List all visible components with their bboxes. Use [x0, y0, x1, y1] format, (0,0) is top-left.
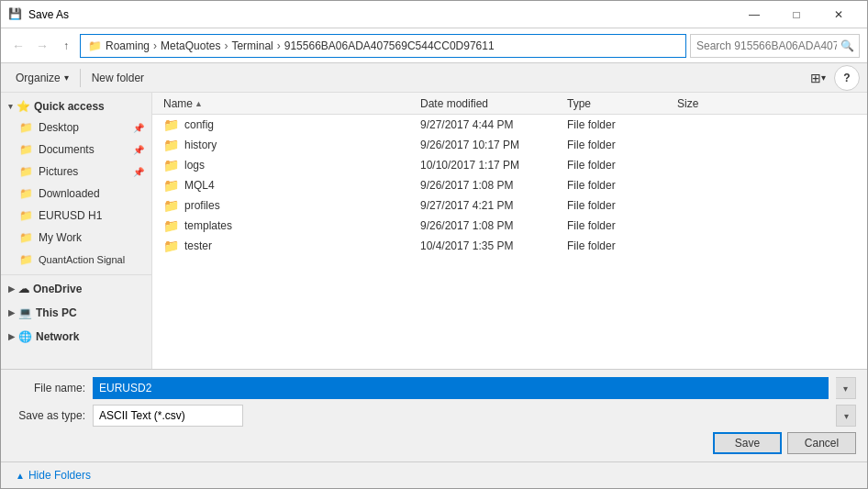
sidebar-section-thispc: ▶ 💻 This PC: [1, 303, 151, 323]
sort-arrow: ▲: [195, 99, 203, 108]
sidebar: ▾ ⭐ Quick access 📁 Desktop 📌 📁 Documents…: [1, 93, 152, 369]
file-date-cell: 10/4/2017 1:35 PM: [413, 239, 560, 252]
dialog-title: Save As: [28, 8, 69, 21]
sidebar-item-pictures[interactable]: 📁 Pictures 📌: [1, 161, 151, 183]
sidebar-item-documents[interactable]: 📁 Documents 📌: [1, 139, 151, 161]
file-name-row: File name: ▾: [12, 377, 856, 399]
sidebar-quick-access-header[interactable]: ▾ ⭐ Quick access: [1, 96, 151, 117]
sidebar-item-downloaded[interactable]: 📁 Downloaded: [1, 183, 151, 205]
file-name-cell: 📁 history: [156, 138, 413, 152]
up-button[interactable]: ↑: [56, 36, 76, 56]
minimize-button[interactable]: —: [733, 1, 775, 28]
path-terminal: Terminal: [231, 39, 273, 52]
sidebar-item-mywork[interactable]: 📁 My Work: [1, 227, 151, 249]
file-date-cell: 9/27/2017 4:21 PM: [413, 199, 560, 212]
address-path[interactable]: 📁 Roaming › MetaQuotes › Terminal › 9155…: [80, 34, 686, 58]
folder-row-icon: 📁: [163, 158, 179, 172]
search-wrapper: 🔍: [690, 34, 860, 58]
organize-button[interactable]: Organize ▾: [8, 65, 76, 91]
onedrive-icon: ☁: [18, 283, 29, 295]
table-row[interactable]: 📁 config 9/27/2017 4:44 PM File folder: [152, 115, 867, 135]
file-name-dropdown-arrow[interactable]: ▾: [836, 377, 856, 399]
col-header-name[interactable]: Name ▲: [156, 93, 413, 114]
network-label: Network: [36, 330, 79, 343]
hide-folders-arrow: ▲: [16, 471, 25, 481]
search-input[interactable]: [690, 34, 860, 58]
new-folder-button[interactable]: New folder: [84, 65, 151, 91]
table-row[interactable]: 📁 templates 9/26/2017 1:08 PM File folde…: [152, 216, 867, 236]
file-type-cell: File folder: [560, 219, 670, 232]
path-roaming: Roaming: [106, 39, 150, 52]
table-row[interactable]: 📁 logs 10/10/2017 1:17 PM File folder: [152, 155, 867, 175]
folder-icon-dl: 📁: [19, 187, 33, 200]
col-header-type[interactable]: Type: [560, 93, 670, 114]
pin-icon: 📌: [133, 123, 144, 133]
file-name-input[interactable]: [93, 377, 829, 399]
sidebar-onedrive-header[interactable]: ▶ ☁ OneDrive: [1, 279, 151, 299]
toolbar-separator: [80, 69, 81, 87]
folder-icon-work: 📁: [19, 231, 33, 244]
file-type-cell: File folder: [560, 118, 670, 131]
file-name-cell: 📁 tester: [156, 239, 413, 253]
forward-button[interactable]: →: [32, 36, 52, 56]
network-icon: 🌐: [18, 330, 32, 343]
address-bar: ← → ↑ 📁 Roaming › MetaQuotes › Terminal …: [1, 28, 867, 63]
sidebar-item-quantaction[interactable]: 📁 QuantAction Signal: [1, 249, 151, 271]
sidebar-network-header[interactable]: ▶ 🌐 Network: [1, 327, 151, 347]
file-list-header: Name ▲ Date modified Type Size: [152, 93, 867, 115]
hide-folders-label: Hide Folders: [28, 469, 91, 482]
table-row[interactable]: 📁 MQL4 9/26/2017 1:08 PM File folder: [152, 175, 867, 195]
sidebar-section-onedrive: ▶ ☁ OneDrive: [1, 279, 151, 299]
sidebar-item-eurusd[interactable]: 📁 EURUSD H1: [1, 205, 151, 227]
file-type-cell: File folder: [560, 239, 670, 252]
quick-access-label: Quick access: [34, 100, 105, 113]
folder-row-icon: 📁: [163, 138, 179, 152]
folder-icon-pics: 📁: [19, 165, 33, 178]
view-arrow: ▾: [821, 72, 826, 83]
sidebar-thispc-header[interactable]: ▶ 💻 This PC: [1, 303, 151, 323]
toolbar-right: ⊞ ▾ ?: [805, 65, 860, 91]
thispc-label: This PC: [36, 306, 77, 319]
folder-row-icon: 📁: [163, 198, 179, 213]
search-icon: 🔍: [840, 39, 854, 52]
path-id: 915566BA06ADA407569C544CC0D97611: [284, 39, 495, 52]
dialog-icon: 💾: [8, 7, 23, 22]
col-header-date[interactable]: Date modified: [413, 93, 560, 114]
file-name-cell: 📁 logs: [156, 158, 413, 172]
table-row[interactable]: 📁 profiles 9/27/2017 4:21 PM File folder: [152, 195, 867, 216]
expand-icon-od: ▶: [8, 284, 15, 294]
folder-icon-docs: 📁: [19, 143, 33, 156]
save-as-type-wrapper: ▾: [93, 405, 856, 427]
organize-label: Organize: [16, 72, 61, 84]
save-button[interactable]: Save: [713, 432, 782, 454]
window-controls: — □ ✕: [733, 1, 860, 28]
save-as-type-input[interactable]: [93, 405, 243, 427]
sidebar-item-desktop[interactable]: 📁 Desktop 📌: [1, 117, 151, 139]
close-button[interactable]: ✕: [818, 1, 860, 28]
hide-folders-toggle[interactable]: ▲ Hide Folders: [8, 465, 860, 485]
folder-row-icon: 📁: [163, 178, 179, 193]
path-metaquotes: MetaQuotes: [161, 39, 220, 52]
folder-row-icon: 📁: [163, 239, 179, 253]
folder-row-icon: 📁: [163, 218, 179, 233]
col-header-size[interactable]: Size: [670, 93, 762, 114]
file-list-area: Name ▲ Date modified Type Size 📁 config …: [152, 93, 867, 369]
view-button[interactable]: ⊞ ▾: [805, 65, 830, 91]
onedrive-label: OneDrive: [33, 283, 82, 295]
help-button[interactable]: ?: [834, 65, 860, 91]
back-button[interactable]: ←: [8, 36, 28, 56]
pin-icon-pics: 📌: [133, 167, 144, 177]
maximize-button[interactable]: □: [775, 1, 818, 28]
save-as-type-arrow[interactable]: ▾: [836, 405, 856, 427]
sidebar-section-network: ▶ 🌐 Network: [1, 327, 151, 347]
table-row[interactable]: 📁 tester 10/4/2017 1:35 PM File folder: [152, 236, 867, 256]
file-date-cell: 10/10/2017 1:17 PM: [413, 159, 560, 172]
toolbar: Organize ▾ New folder ⊞ ▾ ?: [1, 63, 867, 93]
address-folder-icon: 📁: [88, 39, 102, 52]
cancel-button[interactable]: Cancel: [787, 432, 856, 454]
thispc-icon: 💻: [18, 306, 32, 319]
table-row[interactable]: 📁 history 9/26/2017 10:17 PM File folder: [152, 135, 867, 155]
file-rows-container: 📁 config 9/27/2017 4:44 PM File folder 📁…: [152, 115, 867, 256]
folder-row-icon: 📁: [163, 117, 179, 132]
save-as-type-row: Save as type: ▾: [12, 405, 856, 427]
